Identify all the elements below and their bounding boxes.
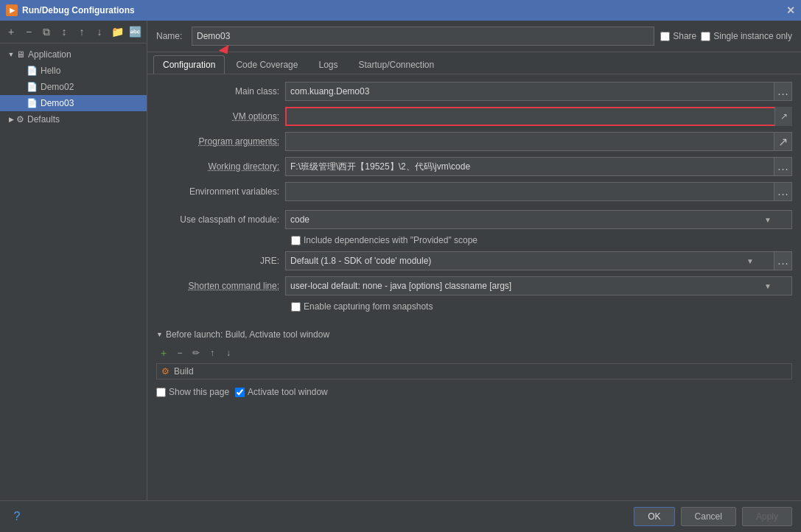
hello-label: Hello (41, 66, 60, 76)
add-config-button[interactable]: + (3, 24, 19, 40)
shorten-cmd-label: Shorten command line: (156, 281, 285, 291)
activate-window-checkbox-label[interactable]: Activate tool window (235, 387, 328, 397)
share-area: Share Single instance only (660, 31, 792, 41)
share-label: Share (673, 31, 696, 41)
vm-options-row: VM options: ↗ (156, 107, 792, 126)
program-args-expand-button[interactable]: ↗ (774, 132, 792, 151)
include-deps-checkbox[interactable] (291, 236, 301, 245)
include-deps-label[interactable]: Include dependencies with "Provided" sco… (291, 235, 478, 245)
down-config-button[interactable]: ↓ (91, 24, 108, 40)
tab-startup-connection[interactable]: Startup/Connection (349, 55, 444, 74)
demo03-label: Demo03 (41, 98, 74, 108)
tab-logs[interactable]: Logs (309, 55, 347, 74)
working-dir-row: Working directory: … (156, 157, 792, 176)
apply-button[interactable]: Apply (742, 507, 792, 526)
copy-config-button[interactable]: ⧉ (38, 24, 55, 40)
main-class-input[interactable] (285, 82, 774, 101)
title-bar: ▶ Run/Debug Configurations ✕ (0, 0, 801, 21)
working-dir-browse-button[interactable]: … (774, 157, 792, 176)
env-vars-row: Environment variables: … (156, 182, 792, 201)
build-item-label: Build (174, 366, 194, 377)
config-tree: ▼ 🖥 Application 📄 Hello 📄 Demo02 (0, 43, 147, 500)
main-class-row: Main class: … (156, 82, 792, 101)
move-config-button[interactable]: ↕ (56, 24, 72, 40)
jre-label: JRE: (156, 256, 285, 266)
single-instance-label: Single instance only (713, 31, 792, 41)
env-vars-more-button[interactable]: … (774, 182, 792, 201)
tree-item-application[interactable]: ▼ 🖥 Application (0, 46, 147, 63)
cancel-button[interactable]: Cancel (681, 507, 736, 526)
show-page-checkbox-label[interactable]: Show this page (156, 387, 229, 397)
main-class-more-button[interactable]: … (774, 82, 792, 101)
tab-configuration[interactable]: Configuration (153, 55, 225, 74)
share-checkbox-label[interactable]: Share (660, 31, 696, 41)
before-launch-edit-button[interactable]: ✏ (189, 346, 203, 360)
dialog-icon: ▶ (6, 4, 18, 16)
shorten-cmd-select[interactable]: user-local default: none - java [options… (285, 276, 792, 295)
before-launch-up-button[interactable]: ↑ (205, 346, 220, 360)
tree-item-defaults[interactable]: ▶ ⚙ Defaults (0, 111, 147, 127)
main-class-label: Main class: (156, 86, 285, 97)
program-args-label: Program arguments: (156, 136, 285, 147)
before-launch-toolbar: + − ✏ ↑ ↓ (156, 346, 792, 360)
build-list-item[interactable]: ⚙ Build (156, 363, 792, 379)
program-args-row: Program arguments: ↗ (156, 132, 792, 151)
ok-button[interactable]: OK (634, 507, 674, 526)
include-deps-text: Include dependencies with "Provided" sco… (304, 235, 478, 245)
activate-window-checkbox[interactable] (235, 388, 245, 397)
defaults-icon: ⚙ (16, 114, 24, 125)
close-icon[interactable]: ✕ (786, 4, 795, 16)
show-page-checkbox[interactable] (156, 388, 166, 397)
dialog-footer: ? OK Cancel Apply (0, 500, 801, 532)
single-instance-checkbox[interactable] (701, 32, 710, 41)
include-deps-row: Include dependencies with "Provided" sco… (291, 235, 792, 245)
tabs-bar: Configuration Code Coverage Logs Startup… (147, 52, 801, 74)
jre-more-button[interactable]: … (774, 251, 792, 270)
jre-select[interactable]: Default (1.8 - SDK of 'code' module) (285, 251, 774, 270)
before-launch-section: Before launch: Build, Activate tool wind… (156, 329, 792, 340)
program-args-input[interactable] (285, 132, 774, 151)
capturing-label[interactable]: Enable capturing form snapshots (291, 301, 433, 312)
vm-options-label: VM options: (156, 111, 285, 122)
before-launch-down-button[interactable]: ↓ (221, 346, 236, 360)
vm-expand-icon[interactable]: ↗ (774, 107, 792, 126)
up-config-button[interactable]: ↑ (74, 24, 90, 40)
dialog-title: Run/Debug Configurations (22, 5, 782, 15)
tab-code-coverage[interactable]: Code Coverage (226, 55, 307, 74)
capturing-checkbox[interactable] (291, 302, 301, 312)
folder-config-button[interactable]: 📁 (109, 24, 125, 40)
classpath-select[interactable]: code (285, 210, 792, 229)
right-panel: Name: Share Single instance only Confi (147, 21, 801, 500)
env-vars-input[interactable] (285, 182, 774, 201)
tree-item-demo03[interactable]: 📄 Demo03 (0, 95, 147, 111)
before-launch-label: Before launch: Build, Activate tool wind… (166, 329, 329, 340)
bottom-options: Show this page Activate tool window (156, 387, 792, 397)
vm-options-input[interactable] (285, 107, 792, 126)
single-instance-checkbox-label[interactable]: Single instance only (701, 31, 792, 41)
working-dir-select-wrapper (285, 157, 774, 176)
application-label: Application (28, 49, 71, 60)
before-launch-remove-button[interactable]: − (172, 346, 187, 360)
jre-row: JRE: Default (1.8 - SDK of 'code' module… (156, 251, 792, 270)
help-button[interactable]: ? (9, 508, 25, 525)
sort-config-button[interactable]: 🔤 (127, 24, 143, 40)
share-checkbox[interactable] (660, 32, 670, 41)
capturing-row: Enable capturing form snapshots (291, 301, 792, 312)
name-input[interactable] (192, 27, 654, 46)
name-field-label: Name: (156, 31, 186, 41)
working-dir-input[interactable] (285, 157, 774, 176)
tree-item-hello[interactable]: 📄 Hello (0, 63, 147, 79)
jre-select-wrapper: Default (1.8 - SDK of 'code' module) ▼ (285, 251, 774, 270)
defaults-label: Defaults (27, 114, 60, 125)
tree-item-demo02[interactable]: 📄 Demo02 (0, 79, 147, 95)
before-launch-add-button[interactable]: + (156, 346, 171, 360)
tree-toolbar: + − ⧉ ↕ ↑ ↓ 📁 🔤 (0, 21, 147, 43)
tree-toggle-application[interactable]: ▼ (6, 51, 16, 58)
activate-window-text: Activate tool window (248, 387, 328, 397)
demo03-icon: 📄 (27, 98, 38, 108)
build-icon: ⚙ (161, 366, 169, 377)
remove-config-button[interactable]: − (21, 24, 37, 40)
content-area: + − ⧉ ↕ ↑ ↓ 📁 🔤 ▼ 🖥 Application (0, 21, 801, 500)
tree-toggle-defaults[interactable]: ▶ (6, 116, 16, 123)
classpath-label: Use classpath of module: (156, 214, 285, 225)
